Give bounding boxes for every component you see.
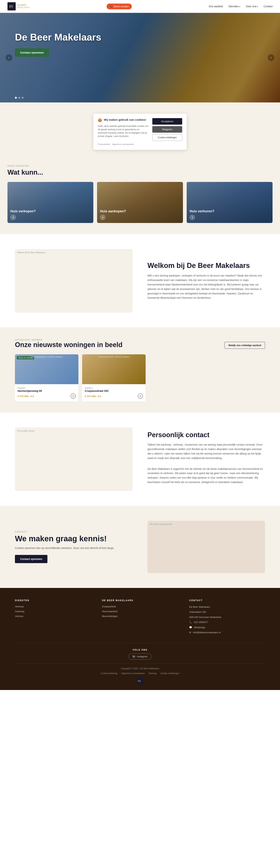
persoonlijk-body-2: De Beer Makelaars is opgericht met de in…: [148, 467, 265, 485]
woning-price-1: € 575.000,- k.k.: [18, 395, 34, 398]
footer-contact: CONTACT De Beer Makelaars Julianalaan 16…: [189, 599, 265, 635]
instagram-button[interactable]: 📷 Instagram: [128, 653, 152, 659]
email-icon: ✉: [189, 631, 191, 634]
hero-content: De Beer Makelaars Contact opnemen: [0, 13, 280, 64]
woning-img-label-1: Harmenijansweg 65, 2031WJ Haarlem: [15, 356, 79, 358]
woning-arrow-2[interactable]: ›: [138, 394, 143, 399]
woning-price-2: € 247.500,- k.k.: [85, 395, 102, 398]
woning-arrow-1[interactable]: ›: [70, 394, 76, 399]
hero-dots: [15, 97, 24, 99]
footer: DIENSTEN Verkoop Aankoop Verhuur DE BEER…: [0, 588, 280, 690]
contact-label: CONTACT: [15, 531, 132, 533]
contact-cta-button[interactable]: Contact opnemen: [15, 555, 48, 563]
uitgelicht-titles: UITGELICHT AANBOD Onze nieuwste woningen…: [15, 339, 122, 349]
footer-volg-label: VOLG ONS: [15, 649, 265, 651]
woning-info-1: Haarlem Harmenijansweg 65 € 575.000,- k.…: [15, 384, 79, 401]
cookie-footer: Privacybeleid Algemene voorwaarden: [98, 143, 182, 145]
footer-debeer-label: DE BEER MAKELAARS: [102, 599, 178, 602]
woning-img-label-2: Cruquiusstraat 25C, 2012GC Haarlem: [82, 356, 146, 358]
footer-contact-phone: 📞 023 2084077: [189, 620, 265, 624]
cookie-icon: 🍪: [98, 118, 102, 122]
nav-links: Ons aanbod Diensten Over ons Contact: [209, 5, 273, 8]
persoonlijk-image: Persoonlijk contact: [15, 428, 132, 491]
hero-dot-1[interactable]: [15, 97, 17, 99]
cookie-accept-button[interactable]: Accepteren: [152, 118, 182, 125]
footer-debeer: DE BEER MAKELAARS Koopaanbod Huurmaanbod…: [102, 599, 178, 635]
nav-link-over[interactable]: Over ons: [246, 5, 258, 8]
footer-bottom-links: Cookieverklaring Algemene voorwaarden Si…: [15, 672, 265, 675]
svg-text:D3: D3: [138, 680, 141, 682]
footer-sitemap[interactable]: Sitemap: [148, 672, 157, 675]
diensten-section: ONZE DIENSTEN Wat kunn... Huis verkopen?…: [0, 157, 280, 234]
nav-link-aanbod[interactable]: Ons aanbod: [209, 5, 223, 8]
cookie-reject-button[interactable]: Weigeren: [152, 126, 182, 133]
woning-location-2: Haarlem: [85, 387, 143, 389]
footer-contact-email: ✉ info@debeermakelaars.nl: [189, 630, 265, 634]
footer-contact-info: De Beer Makelaars Julianalaan 162 2051JW…: [189, 605, 265, 634]
hero-dot-2[interactable]: [18, 97, 20, 99]
footer-link-huurmaaanbod[interactable]: Huurmaanbod: [102, 610, 117, 613]
welkom-section: Welkom bij De Beer Makelaars Welkom bij …: [0, 234, 280, 328]
phone-icon: 📞: [189, 621, 192, 624]
footer-contact-label: CONTACT: [189, 599, 265, 602]
cookie-terms-link[interactable]: Algemene voorwaarden: [112, 143, 134, 145]
footer-contact-address: Julianalaan 162: [189, 610, 265, 614]
footer-contact-postal: 2051JW Overveen Nederland: [189, 615, 265, 619]
card-content-verhuur: Huis verhuren? ℹ: [187, 206, 273, 223]
diensten-label: ONZE DIENSTEN: [7, 157, 273, 168]
whatsapp-icon: 💬: [189, 626, 192, 629]
woning-card-1: Nieuw te verkoop Harmenijansweg 65, 2031…: [15, 354, 79, 401]
direct-contact-button[interactable]: Direct contact: [106, 4, 132, 9]
logo[interactable]: D3 DE BEER makelaars: [7, 2, 30, 10]
footer-algemene-voorwaarden[interactable]: Algemene voorwaarden: [121, 672, 145, 675]
nav-link-diensten[interactable]: Diensten: [228, 5, 240, 8]
woning-info-2: Haarlem Cruquiusstraat 25C € 247.500,- k…: [82, 384, 146, 401]
contact-title: We maken graag kennis!: [15, 534, 132, 543]
cookie-privacy-link[interactable]: Privacybeleid: [98, 143, 110, 145]
footer-volg: VOLG ONS 📷 Instagram: [15, 643, 265, 659]
card-info-aankoop[interactable]: ℹ: [100, 215, 105, 220]
footer-link-koopaanbod[interactable]: Koopaanbod: [102, 605, 116, 608]
diensten-cookie-area: Accepteren Weigeren Cookie-instellingen …: [0, 102, 280, 157]
navbar: D3 DE BEER makelaars Direct contact Ons …: [0, 0, 280, 13]
footer-link-verkoop[interactable]: Verkoop: [15, 605, 24, 608]
footer-cookie-instellingen[interactable]: Cookie-instellingen: [160, 672, 179, 675]
hero-cta-button[interactable]: Contact opnemen: [15, 48, 49, 57]
footer-diensten-label: DIENSTEN: [15, 599, 91, 602]
contact-image: We maken graag kennis!: [148, 521, 265, 573]
woning-image-2: Cruquiusstraat 25C, 2012GC Haarlem: [82, 354, 146, 384]
diensten-card-verhuur[interactable]: Huis verhuren? ℹ: [187, 182, 273, 223]
woning-price-row-2: € 247.500,- k.k. ›: [85, 394, 143, 399]
welkom-title: Welkom bij De Beer Makelaars: [148, 261, 265, 270]
cookie-banner: Accepteren Weigeren Cookie-instellingen …: [93, 114, 187, 150]
woning-location-1: Haarlem: [18, 387, 76, 389]
hero-dot-3[interactable]: [22, 97, 24, 99]
footer-contact-whatsapp: 💬 WhatsApp: [189, 625, 265, 629]
footer-link-beoordelingen[interactable]: Beoordelingen: [102, 615, 118, 618]
woning-cards: Nieuw te verkoop Harmenijansweg 65, 2031…: [15, 354, 146, 401]
hero-section: De Beer Makelaars Contact opnemen ‹ ›: [0, 13, 280, 102]
card-content-aankoop: Huis aankopen? ℹ: [97, 206, 183, 223]
cookie-settings-button[interactable]: Cookie-instellingen: [152, 134, 182, 141]
nav-link-contact[interactable]: Contact: [263, 5, 273, 8]
uitgelicht-section: UITGELICHT AANBOD Onze nieuwste woningen…: [0, 328, 280, 412]
welkom-body: Wilt u een woning aankopen, verkopen of …: [148, 274, 265, 300]
footer-contact-name: De Beer Makelaars: [189, 605, 265, 609]
footer-diensten: DIENSTEN Verkoop Aankoop Verhuur: [15, 599, 91, 635]
card-title-aankoop: Huis aankopen?: [100, 209, 180, 213]
logo-icon: D3: [7, 2, 16, 10]
diensten-card-verkoop[interactable]: Huis verkopen? ℹ: [7, 182, 93, 223]
card-info-verkoop[interactable]: ℹ: [10, 215, 16, 220]
bekijk-aanbod-button[interactable]: Bekijk ons volledige aanbod: [224, 342, 265, 349]
footer-link-verhuur[interactable]: Verhuur: [15, 615, 24, 618]
contact-text: Contact opnemen kan op verschillende man…: [15, 546, 132, 551]
uitgelicht-header: UITGELICHT AANBOD Onze nieuwste woningen…: [15, 339, 265, 349]
card-content-verkoop: Huis verkopen? ℹ: [7, 206, 93, 223]
footer-link-aankoop[interactable]: Aankoop: [15, 610, 25, 613]
diensten-card-aankoop[interactable]: Huis aankopen? ℹ: [97, 182, 183, 223]
card-info-verhuur[interactable]: ℹ: [190, 215, 195, 220]
svg-text:D3: D3: [9, 5, 13, 8]
footer-copyright: Copyright © 2025 - De Beer Makelaars: [15, 667, 265, 670]
contact-section: CONTACT We maken graag kennis! Contact o…: [0, 506, 280, 588]
footer-cookieverklaring[interactable]: Cookieverklaring: [101, 672, 117, 675]
